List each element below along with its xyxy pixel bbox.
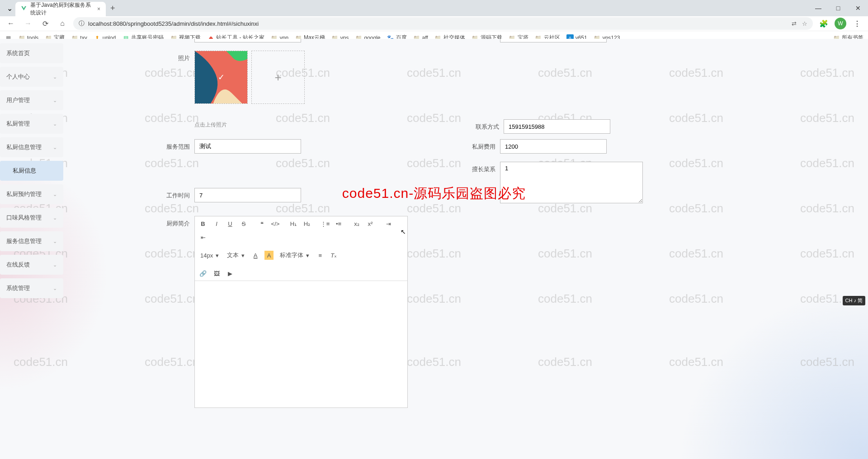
url-text: localhost:8080/springbootd5235/admin/dis… (88, 20, 788, 27)
worktime-label: 工作时间 (154, 188, 194, 200)
scope-input[interactable] (194, 139, 301, 154)
superscript-icon[interactable]: x² (366, 219, 375, 228)
window-minimize-button[interactable]: — (808, 0, 828, 16)
chevron-down-icon: ⌄ (53, 286, 57, 291)
sidebar-item-label: 个人中心 (6, 73, 30, 81)
bold-icon[interactable]: B (198, 219, 208, 228)
cuisine-label: 擅长菜系 (459, 162, 500, 173)
tab-bar: ⌄ 基于Java的厨到家服务系统设计 × + — □ ✕ (0, 0, 868, 16)
editor-body[interactable] (195, 281, 407, 407)
subscript-icon[interactable]: x₂ (352, 219, 361, 228)
nav-forward-button[interactable]: → (22, 17, 34, 30)
h2-icon[interactable]: H₂ (302, 219, 311, 228)
upload-hint: 点击上传照片 (194, 121, 305, 129)
sidebar-item[interactable]: 私厨信息管理⌄ (0, 137, 63, 157)
outdent-icon[interactable]: ⇤ (198, 233, 208, 242)
chevron-down-icon: ▾ (241, 252, 245, 259)
chevron-down-icon: ▾ (306, 252, 309, 259)
browser-menu-icon[interactable]: ⋮ (851, 17, 863, 30)
main-content: 照片 ✓ + 点击 (63, 39, 868, 459)
sidebar-item-label: 在线反馈 (6, 261, 30, 269)
underline-icon[interactable]: U (226, 219, 235, 228)
image-icon[interactable]: 🖼 (212, 269, 221, 278)
new-tab-button[interactable]: + (110, 4, 115, 13)
window-maximize-button[interactable]: □ (828, 0, 848, 16)
scope-label: 服务范围 (154, 139, 194, 151)
strikethrough-icon[interactable]: S (239, 219, 248, 228)
sidebar-item[interactable]: 在线反馈⌄ (0, 255, 63, 275)
text-type-select[interactable]: 文本 ▾ (225, 251, 246, 259)
chevron-down-icon: ⌄ (53, 74, 57, 80)
sidebar-item[interactable]: 口味风格管理⌄ (0, 208, 63, 228)
font-family-select[interactable]: 标准字体 ▾ (278, 251, 311, 259)
font-size-select[interactable]: 14px ▾ (198, 252, 221, 259)
code-icon[interactable]: </> (271, 219, 280, 228)
italic-icon[interactable]: I (212, 219, 221, 228)
tab-close-icon[interactable]: × (97, 6, 100, 12)
sidebar-item[interactable]: 私厨信息 (0, 161, 63, 181)
sidebar-item-label: 私厨信息 (13, 167, 36, 175)
chevron-down-icon: ⌄ (53, 262, 57, 268)
sidebar-nav: 系统首页个人中心⌄用户管理⌄私厨管理⌄私厨信息管理⌄私厨信息私厨预约管理⌄口味风… (0, 39, 63, 459)
quote-icon[interactable]: ❝ (257, 219, 266, 228)
video-icon[interactable]: ▶ (226, 269, 235, 278)
sidebar-item[interactable]: 系统管理⌄ (0, 278, 63, 298)
link-icon[interactable]: 🔗 (198, 269, 208, 278)
chevron-down-icon: ⌄ (53, 98, 57, 103)
font-color-icon[interactable]: A (251, 251, 260, 260)
sidebar-item[interactable]: 用户管理⌄ (0, 90, 63, 110)
indent-icon[interactable]: ⇥ (384, 219, 393, 228)
site-info-icon[interactable]: ⓘ (79, 19, 85, 28)
nav-reload-button[interactable]: ⟳ (39, 17, 52, 30)
bookmark-star-icon[interactable]: ☆ (802, 20, 807, 27)
fee-input[interactable] (500, 139, 607, 154)
translate-icon[interactable]: ⇄ (792, 20, 797, 27)
nav-back-button[interactable]: ← (5, 17, 17, 30)
rich-text-editor: B I U S ❝ </> H₁ H₂ ⋮≡ •≡ x₂ (194, 216, 408, 408)
tab-list-dropdown[interactable]: ⌄ (4, 2, 15, 14)
chevron-down-icon: ⌄ (53, 121, 57, 127)
sidebar-item[interactable]: 私厨预约管理⌄ (0, 184, 63, 204)
upload-add-button[interactable]: + (251, 51, 305, 104)
sidebar-item-label: 口味风格管理 (6, 214, 42, 222)
sidebar-item-label: 私厨信息管理 (6, 143, 42, 151)
sidebar-item-label: 私厨预约管理 (6, 190, 42, 198)
uploaded-image-thumb[interactable]: ✓ (194, 51, 248, 104)
fee-label: 私厨费用 (459, 139, 500, 151)
ordered-list-icon[interactable]: ⋮≡ (321, 219, 330, 228)
unordered-list-icon[interactable]: •≡ (334, 219, 343, 228)
nav-home-button[interactable]: ⌂ (56, 17, 69, 30)
h1-icon[interactable]: H₁ (289, 219, 298, 228)
sidebar-item-label: 系统首页 (6, 49, 30, 57)
contact-input[interactable] (504, 119, 610, 134)
sidebar-item-label: 服务信息管理 (6, 237, 42, 245)
editor-toolbar: B I U S ❝ </> H₁ H₂ ⋮≡ •≡ x₂ (195, 216, 407, 281)
intro-label: 厨师简介 (154, 216, 194, 228)
sidebar-item-label: 系统管理 (6, 284, 30, 292)
sidebar-item-label: 用户管理 (6, 96, 30, 104)
chevron-down-icon: ⌄ (53, 215, 57, 221)
sidebar-item[interactable]: 系统首页 (0, 43, 63, 63)
ime-indicator[interactable]: CH ♪ 简 (843, 296, 866, 305)
clear-format-icon[interactable]: Tₓ (329, 251, 338, 260)
address-bar: ← → ⟳ ⌂ ⓘ localhost:8080/springbootd5235… (0, 16, 868, 31)
extensions-icon[interactable]: 🧩 (817, 17, 830, 30)
photo-label: 照片 (154, 51, 194, 62)
worktime-input[interactable] (194, 188, 301, 202)
window-close-button[interactable]: ✕ (848, 0, 868, 16)
sidebar-item-label: 私厨管理 (6, 120, 30, 128)
browser-tab[interactable]: 基于Java的厨到家服务系统设计 × (15, 2, 106, 16)
sidebar-item[interactable]: 服务信息管理⌄ (0, 231, 63, 251)
chevron-down-icon: ⌄ (53, 145, 57, 150)
tab-title: 基于Java的厨到家服务系统设计 (30, 1, 94, 17)
sidebar-item[interactable]: 个人中心⌄ (0, 67, 63, 87)
check-icon: ✓ (218, 72, 225, 82)
bg-color-icon[interactable]: A (264, 251, 274, 260)
sidebar-item[interactable]: 私厨管理⌄ (0, 114, 63, 134)
cuisine-textarea[interactable]: 1 (500, 162, 643, 203)
chevron-down-icon: ▾ (216, 252, 219, 259)
align-icon[interactable]: ≡ (316, 251, 325, 260)
profile-avatar[interactable]: W (835, 18, 846, 29)
url-input[interactable]: ⓘ localhost:8080/springbootd5235/admin/d… (73, 17, 813, 30)
contact-label: 联系方式 (463, 119, 504, 131)
